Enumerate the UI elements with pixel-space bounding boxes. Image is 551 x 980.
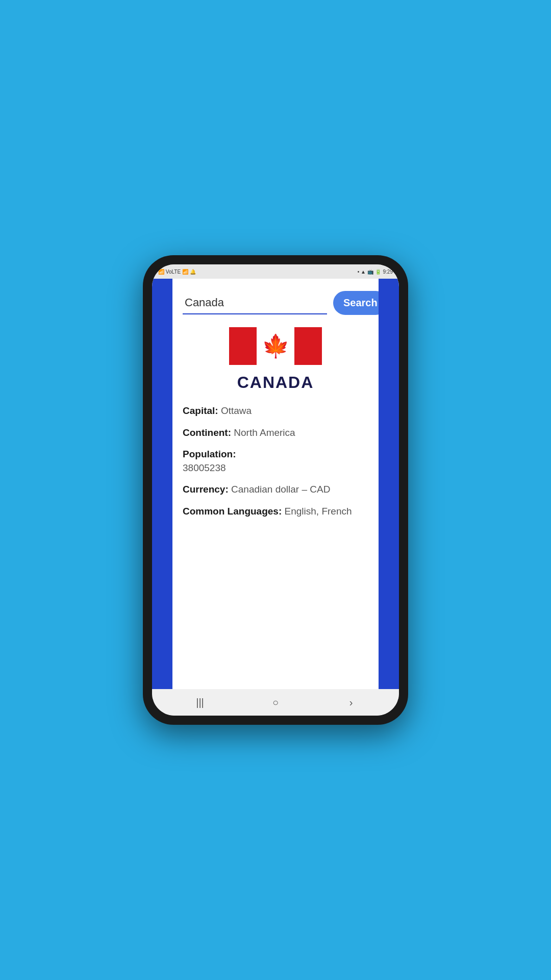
- main-content: Search 🍁 CANADA Capital: Ottawa: [172, 279, 379, 689]
- capital-label: Capital:: [183, 405, 218, 416]
- population-row: Population: 38005238: [183, 448, 368, 475]
- flag-left-stripe: [229, 327, 257, 365]
- right-sidebar: [379, 279, 399, 689]
- continent-label: Continent:: [183, 427, 231, 438]
- country-name: CANADA: [237, 373, 314, 392]
- capital-row: Capital: Ottawa: [183, 404, 368, 418]
- nav-forward-button[interactable]: ›: [340, 691, 362, 714]
- continent-value: North America: [234, 427, 295, 438]
- currency-label: Currency:: [183, 484, 229, 495]
- search-button[interactable]: Search: [333, 291, 379, 315]
- left-sidebar: [152, 279, 172, 689]
- country-info: Capital: Ottawa Continent: North America…: [183, 404, 368, 519]
- phone-screen: 📶 VoLTE 📶 🔔 • ▲ 📺 🔋 9:29 Search: [152, 264, 399, 716]
- languages-row: Common Languages: English, French: [183, 505, 368, 519]
- nav-home-button[interactable]: ○: [264, 691, 287, 714]
- status-bar-right: • ▲ 📺 🔋 9:29: [358, 269, 393, 275]
- population-label: Population:: [183, 449, 236, 459]
- population-value: 38005238: [183, 462, 226, 473]
- nav-bar: ||| ○ ›: [152, 689, 399, 716]
- continent-row: Continent: North America: [183, 426, 368, 440]
- flag-container: 🍁: [229, 327, 322, 365]
- search-input[interactable]: [183, 292, 327, 314]
- languages-label: Common Languages:: [183, 506, 282, 517]
- status-bar-left: 📶 VoLTE 📶 🔔: [158, 269, 196, 275]
- currency-value: Canadian dollar – CAD: [231, 484, 330, 495]
- status-icons-left: 📶 VoLTE 📶 🔔: [158, 269, 196, 275]
- status-icons-right: • ▲ 📺 🔋: [358, 269, 381, 275]
- capital-value: Ottawa: [221, 405, 252, 416]
- currency-row: Currency: Canadian dollar – CAD: [183, 483, 368, 497]
- status-bar: 📶 VoLTE 📶 🔔 • ▲ 📺 🔋 9:29: [152, 264, 399, 279]
- nav-back-button[interactable]: |||: [189, 691, 211, 714]
- status-time: 9:29: [383, 269, 393, 275]
- maple-leaf-icon: 🍁: [262, 335, 290, 357]
- flag-center: 🍁: [257, 327, 294, 365]
- phone-frame: 📶 VoLTE 📶 🔔 • ▲ 📺 🔋 9:29 Search: [143, 255, 408, 725]
- app-content: Search 🍁 CANADA Capital: Ottawa: [152, 279, 399, 689]
- search-row: Search: [183, 291, 368, 315]
- languages-value: English, French: [285, 506, 352, 517]
- flag-right-stripe: [294, 327, 322, 365]
